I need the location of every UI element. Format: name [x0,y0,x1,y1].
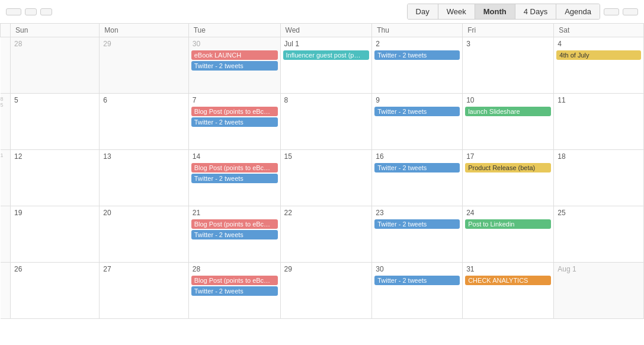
calendar-cell[interactable]: 29 [100,37,188,94]
date-number: 23 [374,207,460,219]
calendar-event[interactable]: 4th of July [556,50,641,60]
calendar-cell[interactable]: 5 [11,94,100,150]
calendar-cell[interactable]: 28 [11,37,100,94]
view-4days-button[interactable]: 4 Days [515,4,556,19]
week-number: 1 [1,150,11,206]
date-number: 5 [13,95,97,107]
week-number [1,263,11,319]
calendar-event[interactable]: Twitter - 2 tweets [191,117,278,127]
day-header-thu: Thu [372,24,463,37]
date-number: 28 [13,39,97,50]
date-number: 19 [13,207,97,219]
date-number: 10 [465,95,551,107]
calendar-cell[interactable]: 29 [280,263,372,319]
calendar-cell[interactable]: 3 [463,37,554,94]
date-number: 25 [556,207,641,219]
calendar-cell[interactable]: 11 [554,94,644,150]
calendar-event[interactable]: launch Slideshare [465,107,551,116]
date-number: Aug 1 [556,264,641,276]
calendar-event[interactable]: Twitter - 2 tweets [374,50,460,60]
view-month-button[interactable]: Month [475,4,515,19]
view-agenda-button[interactable]: Agenda [556,4,600,19]
calendar-cell[interactable]: Aug 1 [554,263,644,319]
calendar-cell[interactable]: 8 [280,94,372,150]
date-number: 3 [465,39,551,50]
calendar-cell[interactable]: 26 [11,263,100,319]
date-number: 9 [374,95,460,107]
calendar-cell[interactable]: 7Blog Post (points to eBc…Twitter - 2 tw… [188,94,280,150]
calendar-event[interactable]: Twitter - 2 tweets [374,107,460,116]
view-day-button[interactable]: Day [408,4,438,19]
calendar-cell[interactable]: 6 [100,94,188,150]
days-header-row: SunMonTueWedThuFriSat [1,24,644,37]
calendar-cell[interactable]: 28Blog Post (points to eBc…Twitter - 2 t… [188,263,280,319]
calendar-cell[interactable]: 22 [280,206,372,263]
date-number: 11 [556,95,641,107]
calendar-cell[interactable]: 2Twitter - 2 tweets [372,37,463,94]
calendar-cell[interactable]: 21Blog Post (points to eBc…Twitter - 2 t… [188,206,280,263]
calendar-event[interactable]: Blog Post (points to eBc… [191,276,278,285]
calendar-event[interactable]: Twitter - 2 tweets [374,276,460,285]
calendar-cell[interactable]: 44th of July [554,37,644,94]
settings-button[interactable] [623,8,638,15]
date-number: 13 [102,151,185,163]
date-number: 15 [283,151,370,163]
next-button[interactable] [40,8,52,15]
calendar-cell[interactable]: 23Twitter - 2 tweets [372,206,463,263]
calendar-cell[interactable]: 20 [100,206,188,263]
calendar-cell[interactable]: 12 [11,150,100,206]
calendar-event[interactable]: Twitter - 2 tweets [374,219,460,229]
calendar-event[interactable]: Twitter - 2 tweets [191,286,278,296]
calendar-cell[interactable]: Jul 1Influencer guest post (p… [280,37,372,94]
date-number: 20 [102,207,185,219]
calendar-cell[interactable]: 16Twitter - 2 tweets [372,150,463,206]
date-number: 29 [102,39,185,50]
date-number: 8 [283,95,370,107]
calendar-cell[interactable]: 19 [11,206,100,263]
date-number: 7 [191,95,278,107]
calendar-event[interactable]: Blog Post (points to eBc… [191,163,278,172]
calendar-cell[interactable]: 31CHECK ANALYTICS [463,263,554,319]
calendar-cell[interactable]: 14Blog Post (points to eBc…Twitter - 2 t… [188,150,280,206]
calendar-event[interactable]: Blog Post (points to eBc… [191,107,278,116]
date-number: 14 [191,151,278,163]
calendar-event[interactable]: Twitter - 2 tweets [191,61,278,71]
week-row: 1121314Blog Post (points to eBc…Twitter … [1,150,644,206]
calendar-cell[interactable]: 10launch Slideshare [463,94,554,150]
today-button[interactable] [6,8,21,15]
calendar-cell[interactable]: 15 [280,150,372,206]
toolbar: Day Week Month 4 Days Agenda [0,0,644,24]
calendar-cell[interactable]: 30Twitter - 2 tweets [372,263,463,319]
date-number: 29 [283,264,370,276]
calendar-event[interactable]: eBook LAUNCH [191,50,278,60]
calendar-event[interactable]: Post to Linkedin [465,219,551,229]
calendar-event[interactable]: CHECK ANALYTICS [465,276,551,285]
calendar-event[interactable]: Blog Post (points to eBc… [191,219,278,229]
calendar-cell[interactable]: 9Twitter - 2 tweets [372,94,463,150]
day-header-fri: Fri [463,24,554,37]
date-number: Jul 1 [283,39,370,50]
date-number: 17 [465,151,551,163]
calendar-cell[interactable]: 18 [554,150,644,206]
prev-button[interactable] [25,8,37,15]
calendar-cell[interactable]: 25 [554,206,644,263]
view-week-button[interactable]: Week [438,4,475,19]
day-header-wed: Wed [280,24,372,37]
calendar-cell[interactable]: 17Product Release (beta) [463,150,554,206]
date-number: 28 [191,264,278,276]
calendar-cell[interactable]: 27 [100,263,188,319]
calendar-event[interactable]: Product Release (beta) [465,163,551,172]
calendar-event[interactable]: Twitter - 2 tweets [374,163,460,172]
more-button[interactable] [604,8,619,15]
date-number: 18 [556,151,641,163]
calendar-cell[interactable]: 24Post to Linkedin [463,206,554,263]
date-number: 16 [374,151,460,163]
date-number: 27 [102,264,185,276]
calendar-event[interactable]: Twitter - 2 tweets [191,230,278,239]
week-number: 8 5 [1,94,11,150]
calendar-event[interactable]: Twitter - 2 tweets [191,174,278,183]
calendar-cell[interactable]: 30eBook LAUNCHTwitter - 2 tweets [188,37,280,94]
date-number: 2 [374,39,460,50]
calendar-event[interactable]: Influencer guest post (p… [283,50,370,60]
calendar-cell[interactable]: 13 [100,150,188,206]
